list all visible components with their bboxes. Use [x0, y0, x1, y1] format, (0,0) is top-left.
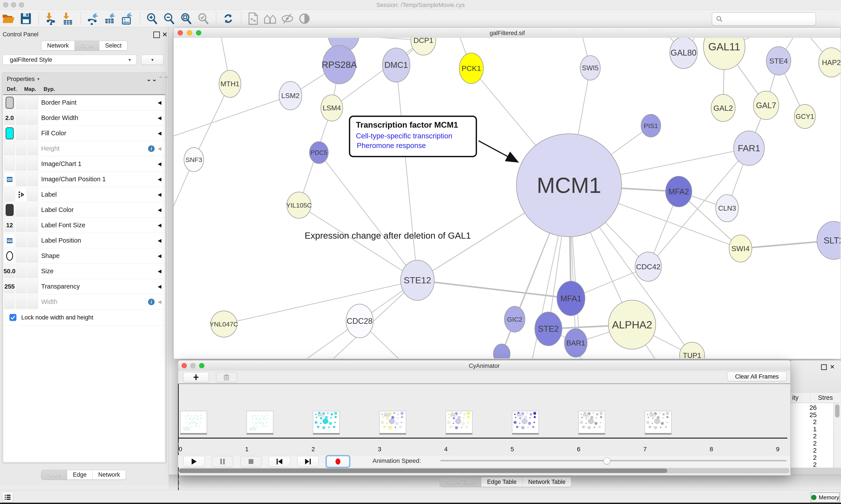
- network-window-titlebar[interactable]: galFiltered.sif: [174, 28, 841, 38]
- frame-thumbnail-4[interactable]: [446, 411, 472, 433]
- table-cell-value[interactable]: 2: [790, 447, 817, 454]
- expand-arrow-icon[interactable]: ◀: [158, 177, 161, 182]
- property-row-label[interactable]: Label◀: [3, 187, 165, 202]
- map-cell[interactable]: [16, 295, 26, 309]
- search-field[interactable]: [712, 12, 816, 26]
- byp-cell[interactable]: [28, 96, 38, 109]
- pause-button[interactable]: [212, 456, 233, 467]
- map-cell[interactable]: [16, 203, 26, 217]
- table-cell-value[interactable]: 2: [790, 439, 817, 447]
- def-cell[interactable]: [4, 203, 15, 217]
- property-row-border-width[interactable]: 2.0Border Width◀: [3, 110, 165, 126]
- frame-thumbnail-6[interactable]: [578, 411, 605, 433]
- frame-thumbnail-7[interactable]: [645, 411, 672, 433]
- map-cell[interactable]: [16, 264, 26, 278]
- speed-slider[interactable]: [441, 460, 786, 461]
- play-button[interactable]: [183, 456, 205, 467]
- def-cell[interactable]: [4, 249, 15, 263]
- annotation-link-1[interactable]: Cell-type-specific transcription: [356, 132, 476, 140]
- map-cell[interactable]: [16, 111, 26, 125]
- property-row-fill-color[interactable]: Fill Color◀: [3, 126, 165, 141]
- byp-cell[interactable]: [28, 172, 38, 186]
- expand-arrow-icon[interactable]: ◀: [158, 161, 161, 167]
- save-session-button[interactable]: [19, 12, 33, 25]
- refresh-view-button[interactable]: [221, 12, 235, 25]
- property-row-label-color[interactable]: Label Color◀: [3, 202, 165, 218]
- expand-arrow-icon[interactable]: ◀: [158, 207, 161, 213]
- byp-cell[interactable]: [28, 234, 38, 247]
- info-icon[interactable]: i: [148, 299, 155, 305]
- property-row-label-font-size[interactable]: 12Label Font Size◀: [3, 218, 165, 233]
- frame-thumbnail-2[interactable]: [313, 411, 340, 433]
- def-cell[interactable]: 12: [4, 218, 15, 232]
- add-frame-button[interactable]: [183, 372, 209, 382]
- map-cell[interactable]: [16, 218, 26, 232]
- property-row-size[interactable]: 50.0Size◀: [3, 264, 165, 279]
- property-row-label-position[interactable]: Label Position◀: [3, 233, 165, 248]
- table-column-header-1[interactable]: ity: [792, 394, 799, 401]
- table-column-header-2[interactable]: Stres: [818, 394, 833, 401]
- export-network-button[interactable]: [86, 12, 100, 25]
- byp-cell[interactable]: [28, 111, 38, 125]
- properties-header[interactable]: Properties: [7, 75, 35, 83]
- cyanimator-titlebar[interactable]: CyAnimator: [178, 360, 790, 371]
- playhead[interactable]: [178, 384, 179, 438]
- table-panel-close-icon[interactable]: ✕: [830, 363, 835, 371]
- table-cell-value[interactable]: 2: [790, 432, 817, 440]
- hide-button[interactable]: [280, 12, 294, 25]
- byp-cell[interactable]: [28, 142, 38, 156]
- style-options-button[interactable]: ▾: [141, 55, 164, 65]
- def-cell[interactable]: 2.0: [4, 111, 15, 125]
- import-table-button[interactable]: [61, 12, 75, 25]
- table-cell-value[interactable]: 26: [790, 404, 817, 411]
- network-canvas[interactable]: DCP1RPS28ADMC1PCK1MTH1LSM2LSM4SWI5GAL80G…: [174, 38, 840, 358]
- frame-thumbnail-5[interactable]: [512, 411, 539, 433]
- map-cell[interactable]: [16, 96, 26, 109]
- table-cell-value[interactable]: 2: [790, 454, 817, 461]
- map-cell[interactable]: [16, 187, 26, 201]
- byp-cell[interactable]: [28, 280, 38, 293]
- info-icon[interactable]: i: [148, 145, 155, 152]
- map-cell[interactable]: [16, 280, 26, 293]
- byp-cell[interactable]: [28, 157, 38, 171]
- expand-arrow-icon[interactable]: ◀: [158, 130, 161, 136]
- tab-style[interactable]: Style: [75, 41, 100, 50]
- expand-arrow-icon[interactable]: ◀: [158, 253, 161, 258]
- zoom-selected-button[interactable]: [196, 12, 210, 25]
- table-tab-network-table[interactable]: Network Table: [522, 477, 571, 487]
- search-input[interactable]: [723, 16, 816, 23]
- panel-tab-node[interactable]: Node: [41, 470, 67, 480]
- memory-button[interactable]: Memory: [811, 492, 840, 502]
- def-cell[interactable]: [4, 126, 15, 140]
- table-tab-node-table[interactable]: Node Table: [440, 477, 481, 487]
- network-doc-button[interactable]: [246, 12, 260, 25]
- def-cell[interactable]: [4, 157, 15, 171]
- def-cell[interactable]: [4, 234, 15, 247]
- table-cell-value[interactable]: 2: [790, 418, 817, 426]
- expand-arrow-icon[interactable]: ◀: [158, 284, 161, 289]
- def-cell[interactable]: [4, 295, 15, 309]
- timeline[interactable]: 0123456789Seconds: [178, 384, 790, 454]
- import-network-button[interactable]: [44, 12, 58, 25]
- property-row-width[interactable]: Widthi◀: [3, 294, 165, 310]
- byp-cell[interactable]: [28, 126, 38, 140]
- byp-cell[interactable]: [28, 218, 38, 232]
- table-scrollbar[interactable]: [835, 404, 839, 417]
- prev-frame-button[interactable]: [269, 456, 290, 467]
- tab-select[interactable]: Select: [100, 41, 127, 50]
- expand-arrow-icon[interactable]: ◀: [158, 115, 161, 121]
- clear-all-frames-button[interactable]: Clear All Frames: [727, 372, 786, 381]
- expand-arrow-icon[interactable]: ◀: [158, 222, 161, 228]
- control-panel-close-icon[interactable]: ✕: [162, 31, 167, 38]
- table-cell-value[interactable]: 2: [790, 461, 817, 468]
- overview-button[interactable]: [263, 12, 277, 25]
- log-console-button[interactable]: [2, 492, 13, 502]
- zoom-out-button[interactable]: [162, 12, 176, 25]
- byp-cell[interactable]: [28, 249, 38, 263]
- def-cell[interactable]: [4, 187, 15, 201]
- map-cell[interactable]: [16, 234, 26, 247]
- byp-cell[interactable]: [28, 264, 38, 278]
- def-cell[interactable]: [4, 172, 15, 186]
- network-node-cutb[interactable]: [494, 344, 510, 358]
- expand-arrow-icon[interactable]: ◀: [158, 299, 161, 305]
